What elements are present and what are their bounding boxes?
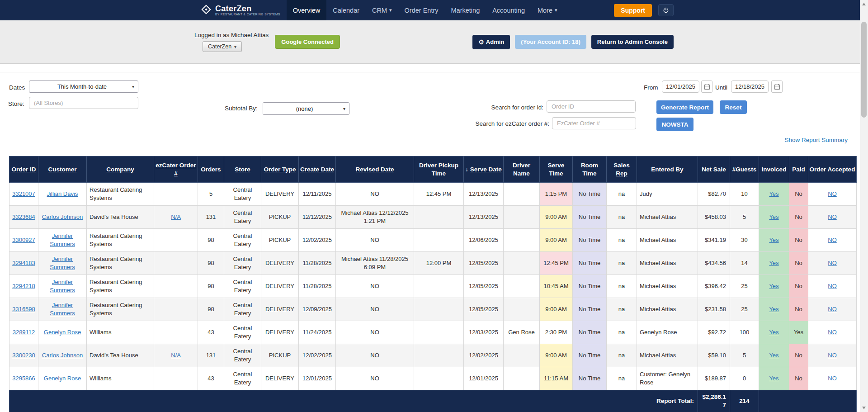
customer-link[interactable]: Genelyn Rose [44,329,81,336]
ezcater-link[interactable]: N/A [171,352,181,359]
nav-item-more[interactable]: More▾ [531,0,564,20]
customer-link[interactable]: Carlos Johnson [42,352,83,359]
nav-item-crm[interactable]: CRM▾ [366,0,398,20]
cell-company: Restaurant Catering Systems [87,275,154,298]
order_id-link[interactable]: 3289112 [13,329,35,336]
accepted-link[interactable]: NO [828,306,837,313]
order_id-link[interactable]: 3323684 [12,213,35,220]
cell-create_date: 12/01/2025 [299,367,336,390]
account-id-button[interactable]: (Your Account ID: 18) [515,35,586,49]
col-header-net_sale: Net Sale [698,156,730,183]
subtotal-by-select[interactable]: (none) ▾ [263,102,349,115]
col-header-revised[interactable]: Revised Date [336,156,414,183]
dates-select[interactable]: This Month-to-date ▾ [29,81,138,93]
col-header-company[interactable]: Company [87,156,154,183]
admin-button[interactable]: ⚙ Admin [472,35,510,49]
nav-item-order-entry[interactable]: Order Entry [398,0,445,20]
order_id-link[interactable]: 3294218 [12,283,35,289]
cell-order_id: 3294183 [9,252,38,275]
until-calendar-button[interactable] [771,81,783,93]
nowsta-button[interactable]: NOWSTA [656,118,693,131]
cell-serve_time: 9:00 AM [540,206,573,229]
col-header-customer[interactable]: Customer [38,156,87,183]
order_id-link[interactable]: 3294183 [12,260,35,266]
customer-link[interactable]: Genelyn Rose [44,375,81,382]
calendar-icon [704,84,710,90]
admin-button-label: Admin [486,38,504,45]
invoiced-link[interactable]: Yes [769,260,778,266]
accepted-link[interactable]: NO [828,260,837,266]
from-calendar-button[interactable] [701,81,712,93]
caterzen-dropdown[interactable]: CaterZen ▾ [203,41,242,52]
generate-report-button[interactable]: Generate Report [656,100,713,114]
invoiced-link[interactable]: Yes [769,237,778,243]
accepted-link[interactable]: NO [828,329,837,336]
brand-logo[interactable]: CaterZen BY RESTAURANT & CATERING SYSTEM… [194,0,287,20]
store-input[interactable] [29,97,138,109]
cell-serve_time: 11:15 AM [540,367,573,390]
nav-item-calendar[interactable]: Calendar [326,0,366,20]
cell-net_sale: $189.87 [698,367,730,390]
cell-pickup_time: 12:00 PM [414,252,464,275]
accepted-link[interactable]: NO [828,375,837,382]
logout-button[interactable] [658,4,674,16]
col-header-serve_date[interactable]: ↓ Serve Date [464,156,504,183]
order_id-link[interactable]: 3300927 [12,237,35,243]
cell-net_sale: $92.72 [698,321,730,344]
nav-item-accounting[interactable]: Accounting [486,0,531,20]
from-date-input[interactable] [662,81,699,93]
until-date-input[interactable] [731,81,769,93]
accepted-link[interactable]: NO [828,352,837,359]
scroll-up-icon[interactable] [862,3,866,5]
google-connected-button[interactable]: Google Connected [275,35,340,49]
order_id-link[interactable]: 3295866 [12,375,35,382]
nav-item-overview[interactable]: Overview [287,0,326,20]
report-total-filler [759,390,857,412]
invoiced-link[interactable]: Yes [769,375,778,382]
vertical-scrollbar[interactable] [860,0,868,412]
cell-guests: 25 [730,298,759,321]
col-header-ezcater[interactable]: ezCater Order # [154,156,198,183]
reset-button[interactable]: Reset [720,100,747,114]
return-admin-console-button[interactable]: Return to Admin Console [591,35,674,49]
invoiced-link[interactable]: Yes [769,352,778,359]
from-label: From [644,84,658,91]
customer-link[interactable]: Jennifer Summers [50,279,75,294]
support-button[interactable]: Support [614,4,652,17]
cell-driver [504,229,540,252]
cell-order_id: 3294218 [9,275,38,298]
col-header-order_id[interactable]: Order ID [9,156,38,183]
col-header-store[interactable]: Store [224,156,261,183]
col-header-sales_rep[interactable]: Sales Rep [607,156,637,183]
invoiced-link[interactable]: Yes [769,329,778,336]
invoiced-link[interactable]: Yes [769,283,778,289]
scrollbar-thumb[interactable] [861,22,867,118]
ezcater-search-input[interactable] [552,117,636,129]
cell-company: Williams [87,321,154,344]
col-header-entered_by: Entered By [637,156,698,183]
invoiced-link[interactable]: Yes [769,190,778,197]
scroll-down-icon[interactable] [862,407,866,409]
ezcater-link[interactable]: N/A [171,213,181,220]
customer-link[interactable]: Jillian Davis [47,190,78,197]
cell-net_sale: $434.56 [698,252,730,275]
col-header-order_type[interactable]: Order Type [261,156,299,183]
order_id-link[interactable]: 3316598 [12,306,35,313]
invoiced-link[interactable]: Yes [769,213,778,220]
cell-revised: NO [336,229,414,252]
customer-link[interactable]: Jennifer Summers [50,232,75,247]
order-id-search-input[interactable] [547,100,636,113]
order_id-link[interactable]: 3300230 [12,352,35,359]
accepted-link[interactable]: NO [828,237,837,243]
customer-link[interactable]: Carlos Johnson [42,213,83,220]
accepted-link[interactable]: NO [828,213,837,220]
col-header-create_date[interactable]: Create Date [299,156,336,183]
order_id-link[interactable]: 3321007 [12,190,35,197]
customer-link[interactable]: Jennifer Summers [50,256,75,270]
invoiced-link[interactable]: Yes [769,306,778,313]
customer-link[interactable]: Jennifer Summers [50,302,75,317]
nav-item-marketing[interactable]: Marketing [445,0,486,20]
accepted-link[interactable]: NO [828,190,837,197]
accepted-link[interactable]: NO [828,283,837,289]
show-report-summary-link[interactable]: Show Report Summary [784,137,848,143]
